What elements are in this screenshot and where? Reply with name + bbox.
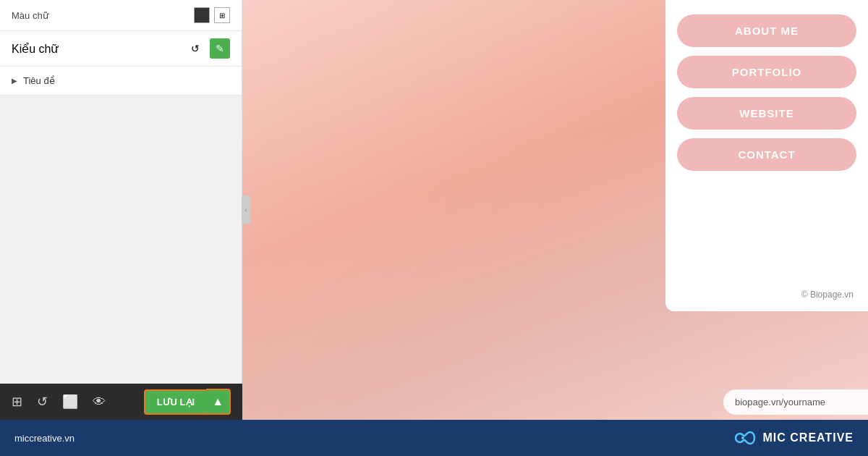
luu-lai-label: LƯU LẠI	[157, 397, 195, 408]
luu-lai-button[interactable]: LƯU LẠI	[144, 389, 208, 415]
arrow-icon: ▶	[12, 77, 17, 85]
canvas-area: ABOUT ME PORTFOLIO WEBSITE CONTACT © Bio…	[242, 0, 868, 420]
history-icon[interactable]: ↺	[37, 394, 48, 410]
nav-card: ABOUT ME PORTFOLIO WEBSITE CONTACT © Bio…	[665, 0, 868, 311]
kieu-chu-controls: ↺ ✎	[185, 38, 230, 59]
nav-about-me[interactable]: ABOUT ME	[677, 14, 856, 47]
copyright-text: © Biopage.vn	[801, 290, 854, 300]
footer-bar: miccreative.vn MIC CREATIVE	[0, 420, 868, 456]
color-grid-icon[interactable]: ⊞	[214, 7, 230, 23]
footer-right: MIC CREATIVE	[730, 429, 854, 447]
svg-point-0	[741, 436, 744, 439]
mau-chu-row: Màu chữ ⊞	[0, 0, 242, 31]
collapse-handle[interactable]: ‹	[242, 195, 250, 224]
url-input[interactable]	[723, 389, 868, 415]
footer-brand-text: MIC CREATIVE	[763, 431, 854, 444]
sidebar: Màu chữ ⊞ Kiểu chữ ↺ ✎ ▶ Tiêu đề ‹	[0, 0, 242, 420]
tieu-de-row[interactable]: ▶ Tiêu đề	[0, 67, 242, 96]
nav-contact[interactable]: CONTACT	[677, 138, 856, 171]
nav-website[interactable]: WEBSITE	[677, 97, 856, 130]
kieu-chu-label: Kiểu chữ	[12, 42, 58, 56]
mau-chu-label: Màu chữ	[12, 10, 48, 21]
footer-domain: miccreative.vn	[14, 433, 75, 444]
desktop-icon[interactable]: ⬜	[62, 394, 78, 410]
url-bar-area	[242, 384, 868, 420]
refresh-icon[interactable]: ↺	[185, 38, 205, 59]
mic-creative-logo-icon	[730, 429, 756, 447]
bottom-toolbar: ⊞ ↺ ⬜ 👁 LƯU LẠI ▲	[0, 384, 242, 420]
tieu-de-label: Tiêu đề	[23, 75, 55, 86]
luu-lai-dropdown-arrow[interactable]: ▲	[206, 389, 231, 415]
luu-lai-wrapper: LƯU LẠI ▲	[144, 389, 231, 415]
edit-icon[interactable]: ✎	[210, 38, 230, 59]
mau-chu-controls: ⊞	[194, 7, 230, 23]
kieu-chu-row: Kiểu chữ ↺ ✎	[0, 31, 242, 67]
nav-portfolio[interactable]: PORTFOLIO	[677, 56, 856, 88]
color-swatch-dark[interactable]	[194, 7, 210, 23]
layers-icon[interactable]: ⊞	[12, 394, 22, 410]
eye-icon[interactable]: 👁	[93, 394, 106, 410]
